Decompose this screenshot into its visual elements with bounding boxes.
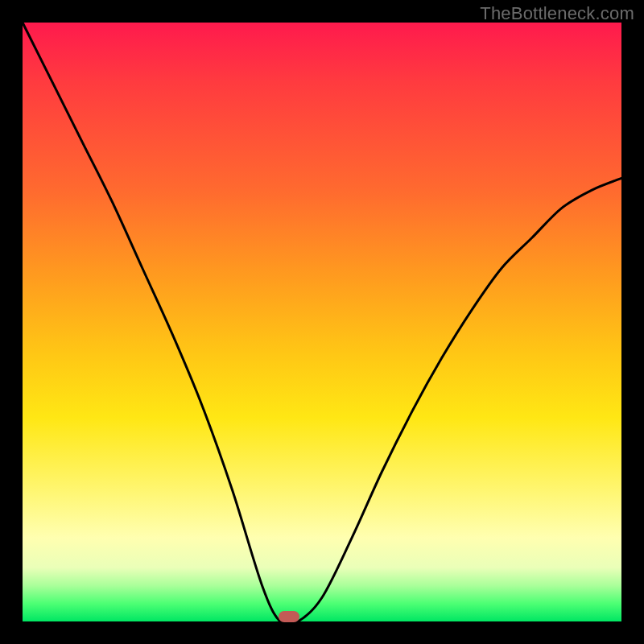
watermark-text: TheBottleneck.com bbox=[480, 3, 634, 24]
chart-frame: TheBottleneck.com bbox=[0, 0, 644, 644]
optimal-point-marker bbox=[279, 611, 299, 622]
chart-plot-area bbox=[23, 23, 621, 621]
bottleneck-curve bbox=[23, 23, 621, 621]
